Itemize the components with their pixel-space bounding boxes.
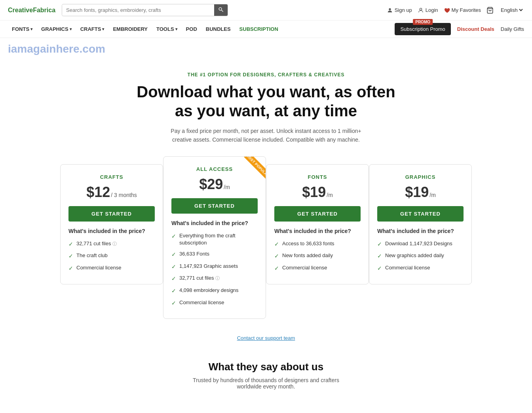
hero-section: THE #1 OPTION FOR DESIGNERS, CRAFTERS & … [0, 60, 532, 164]
all-access-feature-4: ✓32,771 cut files ⓘ [171, 273, 258, 285]
graphics-feature-1: ✓Download 1,147,923 Designs [377, 238, 464, 250]
fonts-price: $19 [302, 184, 326, 201]
pricing-section: CRAFTS $12 / 3 months GET STARTED What's… [0, 164, 532, 327]
header-right: Sign up Login My Favorites English [387, 7, 524, 14]
card-graphics: GRAPHICS $19 /m GET STARTED What's inclu… [369, 164, 472, 284]
nav-embroidery[interactable]: EMBROIDERY [109, 21, 152, 38]
ribbon-text: MOST POPULAR [244, 157, 266, 180]
nav: FONTS ▾ GRAPHICS ▾ CRAFTS ▾ EMBROIDERY T… [0, 21, 532, 38]
graphics-price-row: $19 /m [377, 184, 464, 201]
signup-link[interactable]: Sign up [387, 7, 412, 13]
all-access-feature-3: ✓1,147,923 Graphic assets [171, 261, 258, 273]
fonts-period: /m [327, 192, 333, 198]
favorites-label: My Favorites [452, 7, 481, 13]
all-access-feature-1: ✓Everything from the craft subscription [171, 230, 258, 248]
subscription-promo-button[interactable]: PROMO Subscription Promo [395, 23, 450, 35]
all-access-feature-2: ✓36,633 Fonts [171, 248, 258, 261]
nav-pod[interactable]: POD [182, 21, 201, 38]
fonts-label: FONTS [274, 174, 361, 180]
contact-support-link[interactable]: Contact our support team [237, 335, 295, 341]
graphics-period: /m [429, 192, 436, 198]
card-fonts: FONTS $19 /m GET STARTED What's included… [266, 164, 369, 284]
crafts-price-row: $12 / 3 months [68, 184, 155, 201]
nav-crafts[interactable]: CRAFTS ▾ [76, 21, 108, 38]
hero-title: Download what you want, as oftenas you w… [8, 82, 524, 120]
ribbon: MOST POPULAR [234, 157, 266, 188]
login-link[interactable]: Login [418, 7, 438, 13]
testimonials-title: What they say about us [8, 361, 524, 373]
search-button[interactable] [214, 4, 228, 16]
language-select[interactable]: English [499, 7, 524, 13]
svg-line-1 [221, 10, 223, 11]
all-access-features: ✓Everything from the craft subscription … [171, 230, 258, 309]
fonts-included-title: What's included in the price? [274, 228, 361, 234]
daily-gifts-link[interactable]: Daily Gifts [501, 26, 524, 32]
all-access-period: /m [224, 184, 230, 190]
search-bar [62, 4, 228, 16]
nav-bundles[interactable]: BUNDLES [202, 21, 235, 38]
svg-point-3 [420, 8, 422, 10]
all-access-included-title: What's included in the price? [171, 220, 258, 226]
crafts-included-title: What's included in the price? [68, 228, 155, 234]
discount-deals-link[interactable]: Discount Deals [457, 26, 494, 32]
graphics-get-started-button[interactable]: GET STARTED [377, 206, 464, 222]
graphics-feature-2: ✓New graphics added daily [377, 250, 464, 262]
crafts-features: ✓32,771 cut files ⓘ ✓The craft club ✓Com… [68, 238, 155, 275]
nav-tools[interactable]: TOOLS ▾ [152, 21, 181, 38]
watermark: iamagainhere.com [0, 38, 532, 60]
graphics-price: $19 [405, 184, 429, 201]
hero-description: Pay a fixed price per month, not per ass… [163, 127, 369, 144]
graphics-features: ✓Download 1,147,923 Designs ✓New graphic… [377, 238, 464, 275]
crafts-period: / 3 months [111, 192, 137, 198]
favorites-link[interactable]: My Favorites [444, 7, 481, 13]
fonts-features: ✓Access to 36,633 fonts ✓New fonts added… [274, 238, 361, 275]
fonts-get-started-button[interactable]: GET STARTED [274, 206, 361, 222]
graphics-label: GRAPHICS [377, 174, 464, 180]
fonts-feature-2: ✓New fonts added daily [274, 250, 361, 262]
card-crafts: CRAFTS $12 / 3 months GET STARTED What's… [60, 164, 163, 284]
fonts-feature-3: ✓Commercial license [274, 262, 361, 275]
search-input[interactable] [62, 5, 214, 15]
promo-badge: PROMO [413, 19, 433, 25]
hero-subtitle: THE #1 OPTION FOR DESIGNERS, CRAFTERS & … [8, 72, 524, 78]
card-all-access: MOST POPULAR ALL ACCESS $29 /m GET START… [163, 156, 266, 319]
graphics-included-title: What's included in the price? [377, 228, 464, 234]
svg-point-2 [389, 8, 391, 10]
logo-green: Fabrica [33, 7, 55, 13]
nav-subscription[interactable]: SUBSCRIPTION [236, 21, 282, 38]
nav-fonts[interactable]: FONTS ▾ [8, 21, 36, 38]
fonts-feature-1: ✓Access to 36,633 fonts [274, 238, 361, 250]
login-label: Login [426, 7, 438, 13]
crafts-feature-1: ✓32,771 cut files ⓘ [68, 238, 155, 250]
cart-link[interactable] [486, 7, 494, 14]
all-access-feature-5: ✓4,098 embroidery designs [171, 285, 258, 297]
testimonials-subtitle: Trusted by hundreds of thousands of desi… [8, 377, 524, 390]
logo: CreativeFabrica [8, 7, 55, 14]
crafts-price: $12 [86, 184, 110, 201]
crafts-feature-3: ✓Commercial license [68, 262, 155, 275]
crafts-label: CRAFTS [68, 174, 155, 180]
svg-point-0 [219, 8, 222, 10]
crafts-feature-2: ✓The craft club [68, 250, 155, 262]
promo-label: Subscription Promo [400, 26, 445, 32]
logo-black: Creative [8, 7, 33, 13]
signup-label: Sign up [395, 7, 412, 13]
crafts-get-started-button[interactable]: GET STARTED [68, 206, 155, 222]
nav-promo: PROMO Subscription Promo Discount Deals … [395, 23, 524, 35]
header: CreativeFabrica Sign up Login My Favorit… [0, 0, 532, 21]
all-access-price: $29 [199, 176, 223, 193]
all-access-feature-6: ✓Commercial license [171, 297, 258, 309]
fonts-price-row: $19 /m [274, 184, 361, 201]
testimonials-section: What they say about us Trusted by hundre… [0, 349, 532, 402]
graphics-feature-3: ✓Commercial license [377, 262, 464, 275]
contact-row: Contact our support team [0, 327, 532, 349]
all-access-get-started-button[interactable]: GET STARTED [171, 198, 258, 214]
nav-graphics[interactable]: GRAPHICS ▾ [37, 21, 76, 38]
